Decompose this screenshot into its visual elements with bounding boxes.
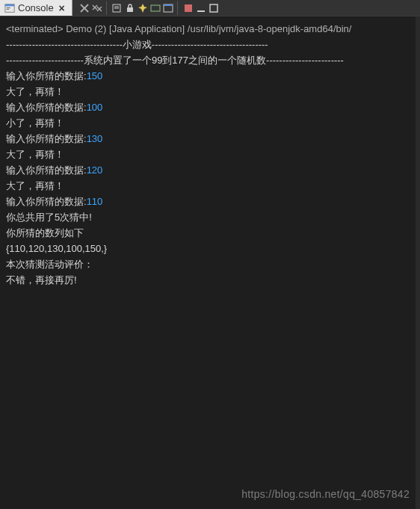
run-info-line: <terminated> Demo (2) [Java Application]… (6, 21, 414, 37)
remove-launch-icon[interactable] (78, 2, 90, 14)
terminated-status: <terminated> (6, 23, 64, 34)
maximize-icon[interactable] (208, 2, 220, 14)
result-count: 你总共用了5次猜中! (6, 209, 414, 225)
eval-label: 本次猜测活动评价： (6, 256, 414, 272)
console-tab[interactable]: Console × (0, 0, 72, 16)
pin-console-icon[interactable] (137, 2, 149, 14)
result-list: {110,120,130,100,150,} (6, 241, 414, 256)
feedback-row: 小了，再猜！ (6, 115, 414, 131)
attempt-row: 输入你所猜的数据:150 (6, 68, 414, 84)
svg-rect-14 (151, 5, 160, 11)
attempt-row: 输入你所猜的数据:110 (6, 194, 414, 209)
attempt-row: 输入你所猜的数据:130 (6, 131, 414, 146)
svg-rect-2 (7, 7, 10, 8)
svg-rect-3 (7, 8, 10, 9)
header-line-2: ------------------------系统内置了一个99到177之间的… (6, 52, 414, 68)
svg-rect-13 (127, 7, 133, 12)
minimize-icon[interactable] (195, 2, 207, 14)
console-toolbar (72, 0, 420, 16)
attempt-row: 输入你所猜的数据:100 (6, 99, 414, 115)
svg-rect-18 (197, 10, 205, 12)
result-list-label: 你所猜的数列如下 (6, 225, 414, 241)
scroll-lock-icon[interactable] (124, 2, 136, 14)
tab-title: Console (18, 2, 54, 13)
vertical-scrollbar[interactable] (416, 16, 420, 509)
terminate-icon[interactable] (182, 2, 194, 14)
display-selected-icon[interactable] (149, 2, 161, 14)
header-line-1: ------------------------------------小游戏-… (6, 37, 414, 52)
feedback-row: 大了，再猜！ (6, 178, 414, 194)
close-icon[interactable]: × (57, 3, 67, 13)
watermark: https://blog.csdn.net/qq_40857842 (241, 488, 410, 500)
remove-all-icon[interactable] (91, 2, 103, 14)
console-icon (4, 3, 15, 13)
svg-rect-19 (210, 4, 217, 12)
attempt-row: 输入你所猜的数据:120 (6, 162, 414, 178)
run-label: Demo (2) [Java Application] /usr/lib/jvm… (66, 23, 351, 34)
svg-rect-16 (164, 4, 173, 6)
open-console-icon[interactable] (162, 2, 174, 14)
eval-result: 不错，再接再厉! (6, 272, 414, 288)
tab-bar: Console × (0, 0, 420, 16)
feedback-row: 大了，再猜！ (6, 84, 414, 99)
svg-rect-1 (5, 4, 14, 6)
clear-console-icon[interactable] (111, 2, 123, 14)
console-output: <terminated> Demo (2) [Java Application]… (0, 16, 420, 509)
svg-rect-17 (185, 4, 192, 12)
feedback-row: 大了，再猜！ (6, 146, 414, 162)
